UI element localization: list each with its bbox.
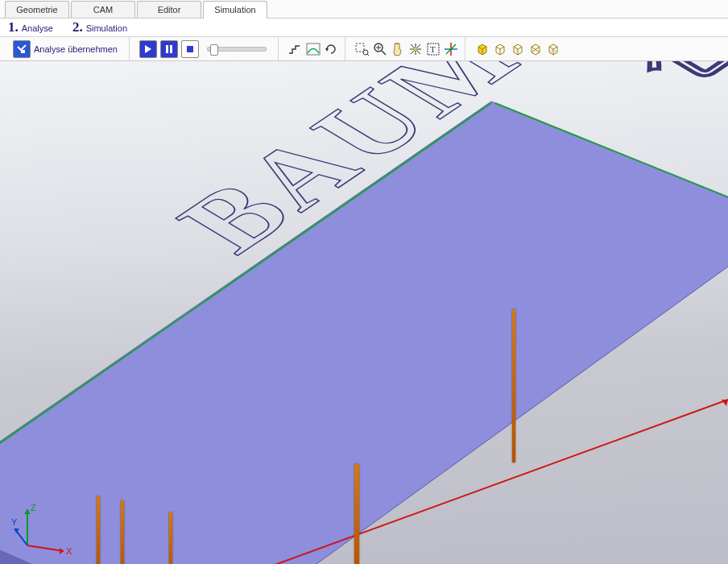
speed-slider[interactable] <box>207 47 267 52</box>
stop-icon <box>186 45 194 53</box>
svg-marker-36 <box>0 102 728 564</box>
loop-icon <box>325 43 337 56</box>
adopt-analysis-label: Analyse übernehmen <box>34 44 118 54</box>
subtab-label-2: Simulation <box>86 23 127 33</box>
workpiece-slab <box>0 61 728 564</box>
adopt-icon <box>17 44 27 54</box>
pan-icon <box>391 42 405 56</box>
main-tabstrip: Geometrie CAM Editor Simulation <box>0 0 728 19</box>
shade-wire1-icon <box>493 42 507 56</box>
step-icon <box>288 43 303 56</box>
rotate-button[interactable] <box>408 42 423 56</box>
zoom-in-button[interactable] <box>373 42 387 56</box>
shade-wire1-button[interactable] <box>493 42 507 56</box>
svg-marker-43 <box>60 548 64 554</box>
zoom-area-button[interactable] <box>355 42 370 56</box>
sub-tabstrip: 1. Analyse 2. Simulation <box>0 19 728 37</box>
svg-marker-45 <box>24 509 31 514</box>
curve-icon <box>306 43 321 56</box>
pan-button[interactable] <box>391 42 405 56</box>
loop-button[interactable] <box>324 42 338 56</box>
zoom-in-icon <box>373 42 387 56</box>
tool-streak <box>354 464 359 564</box>
svg-rect-0 <box>21 50 25 53</box>
subtab-analyse[interactable]: 1. Analyse <box>8 19 53 35</box>
svg-marker-1 <box>145 45 151 53</box>
speed-slider-thumb[interactable] <box>210 44 218 56</box>
subtab-num-1: 1. <box>8 19 19 35</box>
pause-icon <box>165 45 173 53</box>
play-icon <box>144 45 152 53</box>
tab-cam[interactable]: CAM <box>71 1 135 18</box>
zoom-area-icon <box>355 43 370 56</box>
svg-line-9 <box>367 54 370 56</box>
axis-x-label: X <box>66 546 72 556</box>
shade-wire2-icon <box>511 42 525 56</box>
svg-point-18 <box>414 48 417 51</box>
svg-rect-2 <box>166 45 168 53</box>
adopt-analysis-button[interactable] <box>13 40 31 58</box>
subtab-label-1: Analyse <box>22 23 53 33</box>
crosshair-button[interactable] <box>444 42 458 56</box>
fit-text-icon: T <box>426 42 441 56</box>
svg-rect-7 <box>356 44 364 52</box>
curve-mode-button[interactable] <box>306 42 321 56</box>
svg-marker-6 <box>325 48 329 52</box>
pause-button[interactable] <box>160 40 178 58</box>
tab-geometrie[interactable]: Geometrie <box>5 1 69 18</box>
shade-solid-icon <box>475 42 490 56</box>
play-button[interactable] <box>139 40 157 58</box>
crosshair-icon <box>444 42 458 56</box>
svg-text:T: T <box>430 44 436 54</box>
subtab-simulation[interactable]: 2. Simulation <box>72 19 127 35</box>
tool-streak <box>97 496 100 564</box>
axis-y-label: Y <box>11 517 18 527</box>
sim-toolbar: Analyse übernehmen <box>0 37 728 61</box>
shade-wire3-icon <box>528 42 543 56</box>
shade-wire3-button[interactable] <box>528 42 543 56</box>
tab-simulation[interactable]: Simulation <box>203 1 267 19</box>
axis-z-label: Z <box>31 503 36 512</box>
shade-wire2-button[interactable] <box>511 42 525 56</box>
shade-solid-button[interactable] <box>475 42 490 56</box>
shade-wire4-button[interactable] <box>546 42 560 56</box>
rotate-icon <box>408 42 423 56</box>
axis-triad: X Z Y <box>11 501 76 558</box>
svg-line-11 <box>382 51 386 55</box>
tool-streak <box>169 512 172 564</box>
stop-button[interactable] <box>181 40 199 58</box>
svg-rect-3 <box>170 45 172 53</box>
svg-rect-4 <box>187 46 193 52</box>
tab-editor[interactable]: Editor <box>137 1 201 18</box>
tool-streak <box>121 500 124 564</box>
fit-text-button[interactable]: T <box>426 42 441 56</box>
viewport-3d[interactable]: Ω BAUMÜLLER 包米勒 X Z Y <box>0 61 728 564</box>
shade-wire4-icon <box>546 42 560 56</box>
subtab-num-2: 2. <box>72 19 83 35</box>
step-mode-button[interactable] <box>288 42 303 56</box>
tool-streak <box>512 309 515 462</box>
svg-line-42 <box>27 545 64 551</box>
